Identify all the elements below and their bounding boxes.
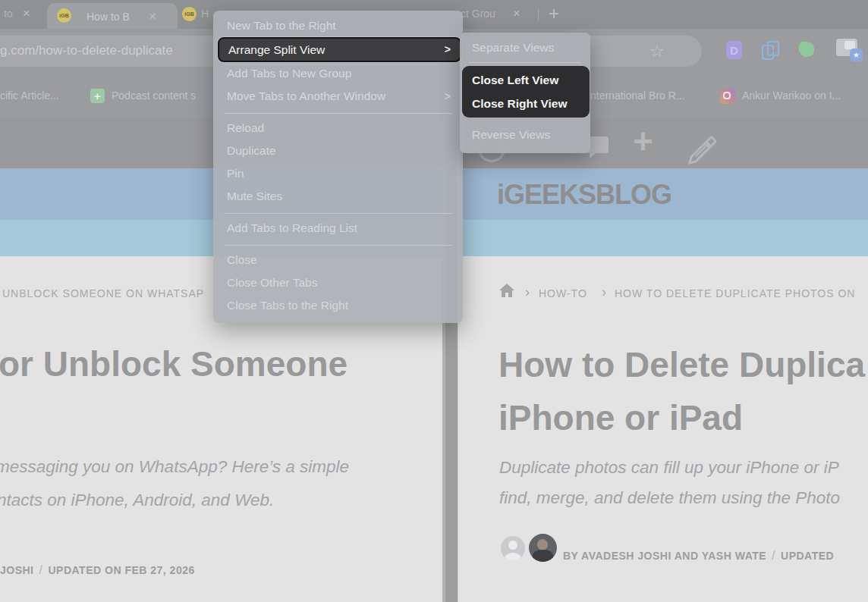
author-names[interactable]: BY AVADESH JOSHI AND YASH WATE [563, 550, 766, 562]
author-avatar [529, 534, 557, 562]
tab-context-menu: New Tab to the Right Arrange Split View … [213, 11, 463, 323]
extension-pages-icon[interactable] [760, 39, 782, 62]
breadcrumb-current: HOW TO DELETE DUPLICATE PHOTOS ON [615, 287, 855, 299]
split-view-right-pane: + iGEEKSBLOG › HOW-TO › HOW TO DELETE DU… [458, 118, 868, 602]
tab-partial-left[interactable]: to [4, 8, 13, 20]
submenu-chevron-icon: > [445, 39, 451, 61]
article-excerpt-line: Duplicate photos can fill up your iPhone… [499, 458, 839, 478]
article-excerpt-line: messaging you on WhatsApp? Here’s a simp… [0, 457, 349, 477]
home-icon[interactable] [499, 284, 514, 297]
splitview-star-badge: ★ [850, 49, 863, 61]
site-subhero-band [458, 220, 868, 256]
site-favicon-icon: iGB [182, 7, 197, 21]
author-name[interactable]: JOSHI [0, 564, 34, 576]
menu-divider [469, 62, 581, 63]
bookmark-item[interactable]: cific Article... [0, 89, 59, 102]
menu-item-duplicate[interactable]: Duplicate [213, 140, 463, 162]
tab-separator [538, 8, 539, 20]
submenu-highlight-group: Close Left View Close Right View [462, 66, 590, 118]
avatar-body-shape [533, 550, 553, 562]
tab-third-label[interactable]: H [201, 8, 209, 20]
menu-item-add-tabs-to-reading-list[interactable]: Add Tabs to Reading List [213, 217, 463, 240]
menu-item-move-tabs-to-another-window[interactable]: Move Tabs to Another Window > [213, 85, 463, 108]
submenu-item-close-left-view[interactable]: Close Left View [462, 68, 590, 92]
tab-active-label: How to B [86, 11, 130, 23]
article-excerpt-line: ntacts on iPhone, Android, and Web. [0, 491, 274, 510]
menu-item-label: Move Tabs to Another Window [227, 89, 385, 102]
menu-item-close-tabs-to-the-right[interactable]: Close Tabs to the Right [213, 294, 463, 317]
menu-item-add-tabs-to-new-group[interactable]: Add Tabs to New Group [213, 62, 463, 85]
site-hero-band: iGEEKSBLOG [458, 168, 868, 220]
menu-divider [224, 113, 452, 114]
menu-divider [224, 245, 452, 246]
page-title-line2: iPhone or iPad [498, 397, 743, 438]
byline-separator: / [766, 549, 781, 562]
tab-active[interactable]: iGB How to B × [47, 3, 178, 29]
instagram-icon[interactable] [720, 89, 735, 104]
bookmark-item[interactable]: Ankur Warikoo on I... [742, 89, 841, 102]
menu-item-close-other-tabs[interactable]: Close Other Tabs [213, 271, 463, 294]
tab-close-icon[interactable]: × [23, 7, 30, 20]
menu-item-mute-sites[interactable]: Mute Sites [213, 185, 463, 208]
submenu-item-close-right-view[interactable]: Close Right View [462, 92, 590, 115]
author-avatar [501, 536, 525, 560]
bookmark-favicon-green-icon[interactable]: + [90, 89, 105, 103]
submenu-chevron-icon: > [445, 85, 451, 108]
article-area: › HOW-TO › HOW TO DELETE DUPLICATE PHOTO… [458, 256, 868, 602]
updated-date: UPDATED ON FEB 27, 2026 [48, 564, 194, 576]
extension-evernote-icon[interactable] [795, 39, 818, 62]
site-logo[interactable]: iGEEKSBLOG [497, 179, 671, 211]
avatar-face-shape [537, 539, 548, 550]
site-favicon-icon: iGB [57, 8, 71, 23]
submenu-item-separate-views[interactable]: Separate Views [460, 36, 590, 59]
menu-divider [224, 213, 452, 214]
menu-item-label: Arrange Split View [228, 43, 325, 56]
submit-plus-icon[interactable]: + [633, 121, 653, 161]
page-title-line1: How to Delete Duplica [498, 344, 865, 385]
bookmark-item[interactable]: Podcast content s [112, 89, 196, 102]
submenu-item-reverse-views[interactable]: Reverse Views [460, 124, 590, 146]
breadcrumb-chevron-icon: › [602, 287, 606, 297]
tab-close-icon[interactable]: × [513, 7, 520, 20]
breadcrumb-chevron-icon: › [525, 287, 530, 297]
menu-item-new-tab-to-the-right[interactable]: New Tab to the Right [213, 14, 463, 37]
instagram-ring-shape [723, 92, 731, 99]
pencil-edit-icon[interactable] [685, 131, 720, 165]
new-tab-button[interactable]: + [549, 3, 559, 24]
menu-item-close[interactable]: Close [213, 249, 463, 271]
menu-item-arrange-split-view[interactable]: Arrange Split View > [218, 37, 461, 62]
extension-splitview-icon[interactable]: ★ [836, 39, 857, 56]
url-text[interactable]: g.com/how-to-delete-duplicate [0, 43, 173, 58]
byline: BY AVADESH JOSHI AND YASH WATE/UPDATED [563, 549, 834, 563]
breadcrumb-howto[interactable]: HOW-TO [539, 287, 587, 299]
tab-close-icon[interactable]: × [149, 10, 156, 23]
byline: JOSHI/UPDATED ON FEB 27, 2026 [0, 563, 195, 577]
extension-d-icon[interactable]: D [726, 41, 742, 59]
tab-fourth-label[interactable]: ct Grou [461, 8, 495, 20]
arrange-split-view-submenu: Separate Views Close Left View Close Rig… [460, 33, 590, 153]
bookmark-star-icon[interactable]: ☆ [649, 42, 665, 61]
comment-bubble-icon[interactable] [588, 135, 609, 159]
menu-item-pin[interactable]: Pin [213, 162, 463, 185]
menu-item-reload[interactable]: Reload [213, 117, 463, 140]
bookmark-item[interactable]: nternational Bro R... [590, 89, 685, 102]
byline-separator: / [34, 563, 49, 576]
article-excerpt-line: find, merge, and delete them using the P… [499, 488, 840, 508]
updated-label: UPDATED [781, 550, 834, 562]
page-title: or Unblock Someone [0, 343, 348, 384]
breadcrumb[interactable]: UNBLOCK SOMEONE ON WHATSAP [2, 287, 204, 299]
